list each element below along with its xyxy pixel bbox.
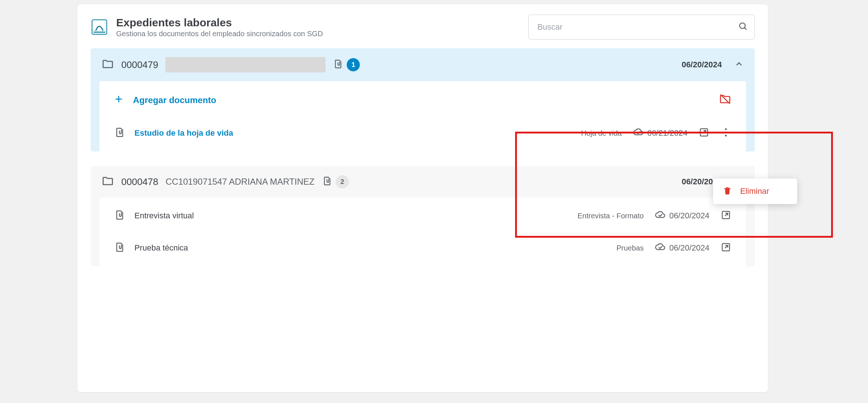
delete-menu-item[interactable]: Eliminar (740, 187, 769, 196)
document-date: 06/20/2024 (669, 243, 709, 253)
folder-disabled-icon[interactable] (719, 93, 731, 108)
search-box (528, 15, 755, 39)
svg-point-8 (725, 128, 727, 130)
document-category: Hoja de vida (581, 129, 622, 138)
folder-item: 0000479 1 06/20/2024 (91, 48, 755, 151)
svg-rect-1 (94, 31, 105, 33)
page-titles: Expedientes laborales Gestiona los docum… (116, 16, 323, 38)
document-title: Estudio de la hoja de vida (134, 128, 233, 138)
folder-date: 06/20/2024 (682, 60, 722, 69)
document-sync-date: 06/20/2024 (655, 241, 709, 255)
document-sync-date: 06/21/2024 (633, 127, 688, 140)
app-logo (91, 18, 108, 36)
add-document-label: Agregar documento (133, 95, 216, 105)
open-external-icon[interactable] (720, 242, 731, 254)
svg-point-10 (725, 135, 727, 136)
context-menu: Eliminar (713, 178, 797, 204)
document-icon (114, 210, 125, 222)
kebab-menu-icon[interactable] (720, 127, 731, 139)
folder-name: CC1019071547 ADRIANA MARTINEZ (165, 177, 315, 187)
attachment-badge: 2 (336, 175, 349, 188)
folder-body: Agregar documento Estudio de la hoja de … (99, 81, 746, 151)
page-subtitle: Gestiona los documentos del empleado sin… (116, 30, 323, 38)
folder-id: 0000478 (121, 176, 158, 188)
page-header: Expedientes laborales Gestiona los docum… (91, 15, 755, 39)
open-external-icon[interactable] (720, 210, 731, 222)
folder-id: 0000479 (121, 59, 158, 71)
document-row[interactable]: Entrevista virtual Entrevista - Formato … (99, 200, 746, 232)
document-date: 06/20/2024 (669, 211, 709, 221)
cloud-done-icon (655, 241, 666, 255)
trash-icon (723, 186, 732, 197)
document-category: Entrevista - Formato (578, 212, 644, 220)
folder-icon (102, 58, 114, 72)
folder-body: Entrevista virtual Entrevista - Formato … (99, 197, 746, 266)
cloud-done-icon (633, 127, 644, 140)
folder-header[interactable]: 0000478 CC1019071547 ADRIANA MARTINEZ 2 … (91, 166, 755, 197)
svg-point-2 (740, 23, 745, 29)
open-external-icon[interactable] (698, 127, 709, 139)
document-date: 06/21/2024 (647, 128, 688, 138)
attachment-count: 2 (322, 175, 349, 188)
document-icon (114, 127, 125, 139)
attachment-icon (322, 176, 332, 188)
folder-header[interactable]: 0000479 1 06/20/2024 (91, 48, 755, 81)
cloud-done-icon (655, 209, 666, 222)
chevron-up-icon[interactable] (734, 59, 744, 70)
folder-icon (102, 175, 114, 189)
search-icon[interactable] (738, 21, 748, 33)
document-title: Entrevista virtual (134, 211, 194, 221)
folder-item: 0000478 CC1019071547 ADRIANA MARTINEZ 2 … (91, 166, 755, 266)
add-document-button[interactable]: Agregar documento (99, 83, 746, 117)
plus-icon (114, 94, 123, 106)
document-row[interactable]: Prueba técnica Pruebas 06/20/2024 (99, 232, 746, 264)
document-icon (114, 242, 125, 254)
page-title: Expedientes laborales (116, 16, 323, 29)
attachment-icon (333, 59, 343, 71)
attachment-badge: 1 (347, 58, 360, 71)
document-row[interactable]: Estudio de la hoja de vida Hoja de vida … (99, 117, 746, 149)
folder-name-redacted (165, 57, 326, 72)
document-title: Prueba técnica (134, 243, 188, 253)
document-sync-date: 06/20/2024 (655, 209, 709, 222)
svg-point-9 (725, 132, 727, 133)
svg-rect-13 (724, 188, 730, 189)
svg-line-3 (745, 28, 747, 30)
document-category: Pruebas (616, 244, 644, 252)
attachment-count: 1 (333, 58, 360, 71)
search-input[interactable] (528, 15, 755, 39)
app-card: Expedientes laborales Gestiona los docum… (77, 4, 768, 392)
